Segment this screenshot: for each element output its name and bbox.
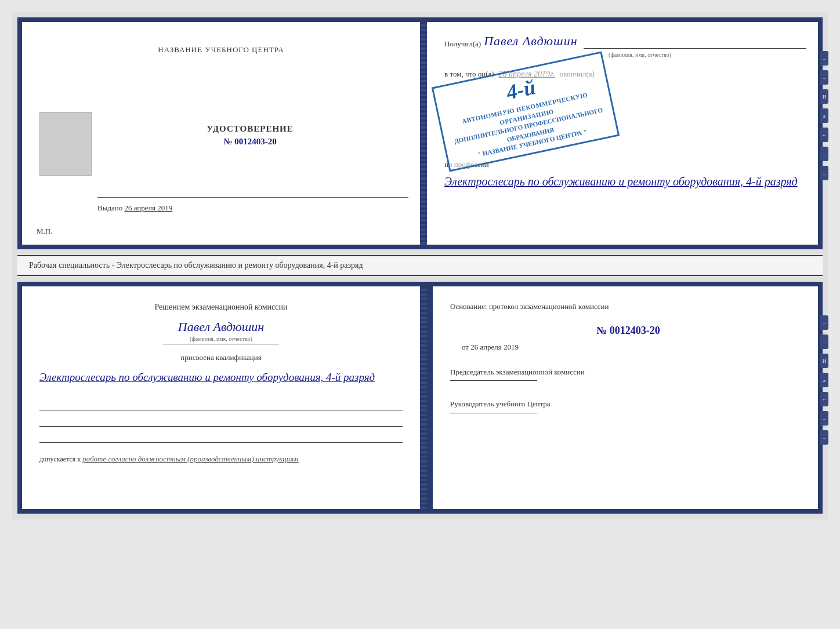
issued-line: Выдано 26 апреля 2019 [97,203,408,213]
training-center-title: НАЗВАНИЕ УЧЕБНОГО ЦЕНТРА [158,45,284,54]
middle-text: Рабочая специальность - Электрослесарь п… [17,255,823,276]
name-hint-top: (фамилия, имя, отчество) [473,52,806,58]
sig-block-3 [39,431,403,443]
side-tabs-bottom: – – И а ← – – [820,315,828,445]
mp-label: М.П. [37,227,52,236]
allowed-handwritten: работе согласно должностным (производств… [82,455,298,463]
qualification-label: присвоена квалификация [39,353,403,362]
protocol-number: № 0012403-20 [450,325,806,337]
page-container: НАЗВАНИЕ УЧЕБНОГО ЦЕНТРА УДОСТОВЕРЕНИЕ №… [12,12,828,519]
photo-placeholder [39,112,92,176]
certificate-label: УДОСТОВЕРЕНИЕ [207,124,294,134]
sig-block-1 [39,399,403,410]
person-name-bottom: Павел Авдюшин [39,319,403,335]
recipient-name: Павел Авдюшин [484,34,577,49]
issued-date: 26 апреля 2019 [125,203,173,212]
director-sig [450,413,537,413]
bottom-document: Решением экзаменационной комиссии Павел … [17,282,823,514]
qualification-handwritten: Электрослесарь по обслуживанию и ремонту… [39,368,403,387]
chairman-label: Председатель экзаменационной комиссии [450,366,806,381]
spine-bottom [420,286,427,509]
name-hint-bottom: (фамилия, имя, отчество) [163,336,279,344]
side-tabs-top: – – И а ← – – [820,51,828,180]
protocol-date: от 26 апреля 2019 [450,343,806,352]
right-panel-top: Получил(а) Павел Авдюшин (фамилия, имя, … [427,22,818,245]
right-panel-bottom: Основание: протокол экзаменационной коми… [427,286,818,509]
director-label: Руководитель учебного Центра [450,398,806,413]
left-panel-bottom: Решением экзаменационной комиссии Павел … [22,286,420,509]
basis-title: Основание: протокол экзаменационной коми… [450,301,806,313]
sig-block-2 [39,415,403,427]
chairman-sig [450,380,537,381]
profession-handwritten: Электрослесарь по обслуживанию и ремонту… [444,172,806,191]
profession-block: по профессии Электрослесарь по обслужива… [444,160,806,191]
left-panel-top: НАЗВАНИЕ УЧЕБНОГО ЦЕНТРА УДОСТОВЕРЕНИЕ №… [22,22,420,245]
certificate-number: № 0012403-20 [223,137,276,147]
top-document: НАЗВАНИЕ УЧЕБНОГО ЦЕНТРА УДОСТОВЕРЕНИЕ №… [17,17,823,249]
recipient-line: Получил(а) Павел Авдюшин [444,34,806,49]
allowed-block: допускается к работе согласно должностны… [39,455,403,464]
commission-title: Решением экзаменационной комиссии [39,301,403,314]
